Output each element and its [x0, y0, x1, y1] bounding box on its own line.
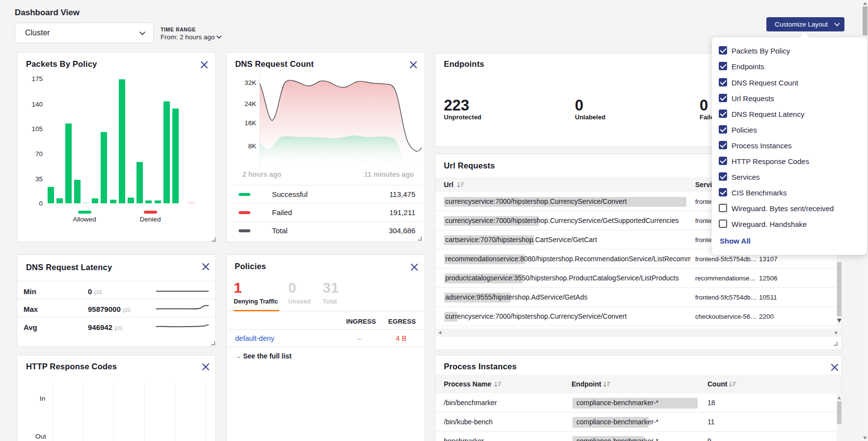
svg-text:8K: 8K — [248, 142, 256, 150]
svg-text:35: 35 — [35, 175, 43, 183]
svg-text:70: 70 — [35, 150, 43, 158]
svg-text:0: 0 — [39, 200, 43, 207]
svg-text:32K: 32K — [244, 79, 256, 86]
svg-text:Successful: Successful — [272, 190, 308, 198]
svg-text:304,686: 304,686 — [389, 226, 415, 235]
svg-text:Denied: Denied — [140, 216, 161, 223]
svg-text:113,475: 113,475 — [389, 190, 415, 198]
svg-text:16K: 16K — [244, 119, 256, 127]
svg-text:Allowed: Allowed — [73, 216, 96, 223]
svg-text:140: 140 — [31, 101, 43, 108]
svg-text:105: 105 — [31, 125, 43, 133]
svg-text:Failed: Failed — [272, 208, 292, 217]
svg-text:191,211: 191,211 — [389, 208, 415, 217]
svg-text:24K: 24K — [244, 100, 256, 108]
svg-text:Total: Total — [272, 226, 288, 235]
svg-text:2 hours ago: 2 hours ago — [243, 170, 281, 178]
svg-text:175: 175 — [31, 75, 43, 83]
svg-text:11 minutes ago: 11 minutes ago — [364, 170, 414, 178]
